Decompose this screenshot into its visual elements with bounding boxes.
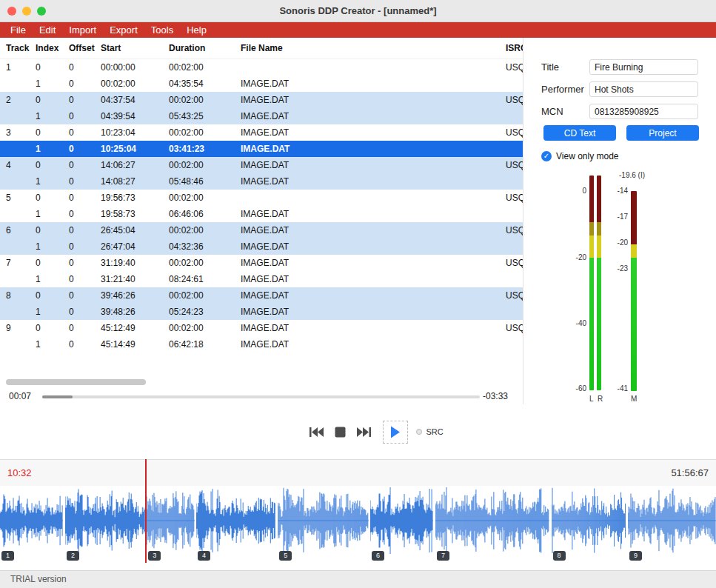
table-row[interactable]: 50019:56:7300:02:00USQ [0, 190, 523, 206]
column-header-isrc[interactable]: ISRC [500, 43, 523, 53]
table-row[interactable]: 60026:45:0400:02:00IMAGE.DATUSQ [0, 222, 523, 238]
timeline-strip[interactable]: 10:32 51:56:67 [0, 459, 716, 486]
waveform-segment[interactable]: 5 [278, 486, 369, 563]
cell-index: 1 [30, 76, 63, 92]
stop-button[interactable] [335, 427, 346, 438]
waveform-segment[interactable]: 9 [628, 486, 716, 563]
cell-track: 5 [0, 190, 30, 206]
table-row[interactable]: 30010:23:0400:02:00IMAGE.DATUSQ [0, 124, 523, 141]
elapsed-time: 00:07 [9, 391, 31, 401]
menu-import[interactable]: Import [62, 22, 103, 38]
table-row[interactable]: 80039:46:2600:02:00IMAGE.DATUSQ [0, 287, 523, 304]
table-row[interactable]: 1031:21:4008:24:61IMAGE.DAT [0, 271, 523, 287]
waveform-area[interactable]: 123456789 [0, 486, 716, 563]
table-row[interactable]: 90045:12:4900:02:00IMAGE.DATUSQ [0, 320, 523, 336]
table-row[interactable]: 70031:19:4000:02:00IMAGE.DATUSQ [0, 255, 523, 271]
waveform-graphic [196, 486, 275, 555]
menu-bar: FileEditImportExportToolsHelp [0, 22, 716, 38]
cell-start: 45:12:49 [95, 320, 163, 336]
cell-offset: 0 [63, 336, 95, 353]
track-marker[interactable]: 5 [279, 551, 292, 561]
table-row[interactable]: 1014:08:2705:48:46IMAGE.DAT [0, 173, 523, 190]
cursor-time: 10:32 [7, 467, 32, 478]
stop-icon [335, 427, 346, 438]
table-row[interactable]: 1019:58:7306:46:06IMAGE.DAT [0, 206, 523, 222]
column-header-file-name[interactable]: File Name [235, 43, 500, 53]
column-header-index[interactable]: Index [30, 43, 63, 53]
table-row[interactable]: 40014:06:2700:02:00IMAGE.DATUSQ [0, 157, 523, 173]
cell-start: 00:02:00 [95, 76, 163, 92]
track-marker[interactable]: 8 [553, 551, 566, 561]
play-button[interactable] [383, 421, 408, 444]
column-header-track[interactable]: Track [0, 43, 30, 53]
cell-track: 1 [0, 59, 30, 76]
cell-offset: 0 [63, 173, 95, 190]
cell-track [0, 304, 30, 320]
waveform-segment[interactable]: 6 [370, 486, 433, 563]
play-icon [390, 426, 401, 438]
horizontal-scrollbar-thumb[interactable] [6, 379, 146, 385]
track-marker[interactable]: 2 [67, 551, 79, 561]
cell-offset: 0 [63, 92, 95, 108]
cell-duration: 00:02:00 [163, 92, 235, 108]
waveform-segment[interactable]: 8 [552, 486, 626, 563]
table-row[interactable]: 1004:39:5405:43:25IMAGE.DAT [0, 108, 523, 124]
cell-offset: 0 [63, 238, 95, 255]
project-button[interactable]: Project [626, 125, 699, 141]
table-row[interactable]: 1039:48:2605:24:23IMAGE.DAT [0, 304, 523, 320]
cell-offset: 0 [63, 141, 95, 157]
close-window-button[interactable] [7, 7, 16, 16]
cell-offset: 0 [63, 320, 95, 336]
waveform-segment[interactable]: 4 [196, 486, 275, 563]
cell-track [0, 271, 30, 287]
track-marker[interactable]: 7 [437, 551, 449, 561]
track-marker[interactable]: 1 [1, 551, 14, 561]
menu-file[interactable]: File [4, 22, 33, 38]
previous-track-button[interactable] [309, 427, 324, 438]
cell-file [235, 59, 500, 76]
column-header-offset[interactable]: Offset [63, 43, 95, 53]
track-marker[interactable]: 4 [198, 551, 210, 561]
cell-offset: 0 [63, 287, 95, 304]
table-row[interactable]: 10000:00:0000:02:00USQ [0, 59, 523, 76]
menu-export[interactable]: Export [103, 22, 144, 38]
cell-file: IMAGE.DAT [235, 206, 500, 222]
app-window: Sonoris DDP Creator - [unnamed*] FileEdi… [0, 0, 716, 588]
column-header-duration[interactable]: Duration [163, 43, 235, 53]
table-row[interactable]: 1026:47:0404:32:36IMAGE.DAT [0, 238, 523, 255]
playhead-cursor[interactable] [145, 459, 147, 563]
level-meter-left [589, 176, 594, 390]
cell-offset: 0 [63, 76, 95, 92]
view-only-mode-checkbox[interactable]: ✓ [541, 151, 552, 161]
cell-isrc: USQ [500, 124, 523, 141]
playback-slider[interactable] [42, 395, 480, 398]
performer-field[interactable] [589, 81, 698, 97]
cd-text-button[interactable]: CD Text [543, 125, 616, 141]
table-row[interactable]: 1010:25:0403:41:23IMAGE.DAT [0, 141, 523, 157]
menu-edit[interactable]: Edit [33, 22, 62, 38]
cell-start: 31:19:40 [95, 255, 163, 271]
waveform-segment[interactable]: 3 [147, 486, 195, 563]
menu-help[interactable]: Help [180, 22, 213, 38]
cell-offset: 0 [63, 206, 95, 222]
waveform-segment[interactable]: 7 [435, 486, 549, 563]
title-field[interactable] [589, 59, 698, 75]
track-marker[interactable]: 3 [148, 551, 161, 561]
mcn-field[interactable] [589, 104, 698, 119]
track-marker[interactable]: 9 [629, 551, 642, 561]
next-track-button[interactable] [357, 427, 372, 438]
track-marker[interactable]: 6 [372, 551, 384, 561]
cell-isrc: USQ [500, 287, 523, 304]
column-header-start[interactable]: Start [95, 43, 163, 53]
table-row[interactable]: 1045:14:4906:42:18IMAGE.DAT [0, 336, 523, 353]
cell-index: 0 [30, 287, 63, 304]
table-row[interactable]: 20004:37:5400:02:00IMAGE.DATUSQ [0, 92, 523, 108]
waveform-segment[interactable]: 2 [65, 486, 145, 563]
table-row[interactable]: 1000:02:0004:35:54IMAGE.DAT [0, 76, 523, 92]
src-led-icon[interactable] [416, 429, 422, 435]
fullscreen-window-button[interactable] [37, 7, 46, 16]
menu-tools[interactable]: Tools [144, 22, 180, 38]
cell-file: IMAGE.DAT [235, 108, 500, 124]
waveform-segment[interactable]: 1 [0, 486, 63, 563]
minimize-window-button[interactable] [22, 7, 31, 16]
